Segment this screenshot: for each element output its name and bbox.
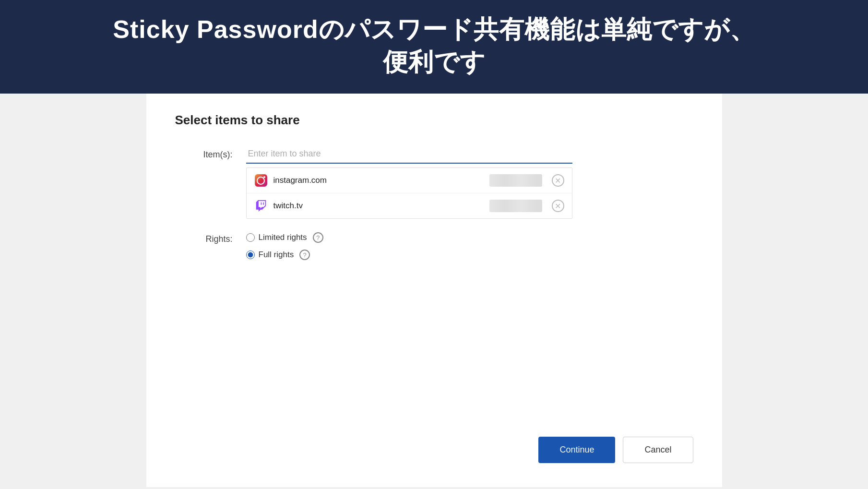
table-row: instagram.com ✕ [247, 168, 572, 193]
remove-twitch-button[interactable]: ✕ [552, 200, 564, 212]
instagram-icon [254, 174, 268, 187]
rights-options-container: Limited rights ? Full rights ? [246, 232, 323, 260]
remove-instagram-button[interactable]: ✕ [552, 174, 564, 187]
main-dialog: Select items to share Item(s): instagram… [146, 94, 722, 487]
continue-button[interactable]: Continue [538, 437, 615, 463]
rights-label: Rights: [175, 232, 233, 244]
limited-rights-help-icon[interactable]: ? [313, 232, 323, 243]
header-line1: Sticky Passwordのパスワード共有機能は単純ですが、 [19, 13, 849, 46]
twitch-icon [254, 199, 268, 213]
limited-rights-option[interactable]: Limited rights ? [246, 232, 323, 243]
dialog-title: Select items to share [175, 113, 693, 128]
header-banner: Sticky Passwordのパスワード共有機能は単純ですが、 便利です [0, 0, 868, 94]
items-label: Item(s): [175, 145, 233, 160]
item-name-twitch: twitch.tv [273, 201, 489, 211]
footer-buttons: Continue Cancel [538, 437, 693, 463]
full-rights-radio[interactable] [246, 250, 255, 259]
full-rights-label: Full rights [259, 250, 294, 260]
cancel-button[interactable]: Cancel [623, 437, 693, 463]
items-field-container: instagram.com ✕ twitch.tv [246, 145, 572, 219]
header-line2: 便利です [19, 46, 849, 79]
limited-rights-radio[interactable] [246, 233, 255, 242]
limited-rights-label: Limited rights [259, 233, 307, 242]
full-rights-option[interactable]: Full rights ? [246, 250, 323, 260]
item-meta-instagram [489, 174, 542, 187]
items-list: instagram.com ✕ twitch.tv [246, 167, 572, 219]
items-form-row: Item(s): instagram.com ✕ [175, 145, 693, 219]
item-name-instagram: instagram.com [273, 176, 489, 185]
item-meta-twitch [489, 200, 542, 212]
full-rights-help-icon[interactable]: ? [299, 250, 310, 260]
item-search-input[interactable] [246, 145, 572, 164]
table-row: twitch.tv ✕ [247, 193, 572, 218]
rights-form-row: Rights: Limited rights ? Full rights ? [175, 232, 693, 260]
